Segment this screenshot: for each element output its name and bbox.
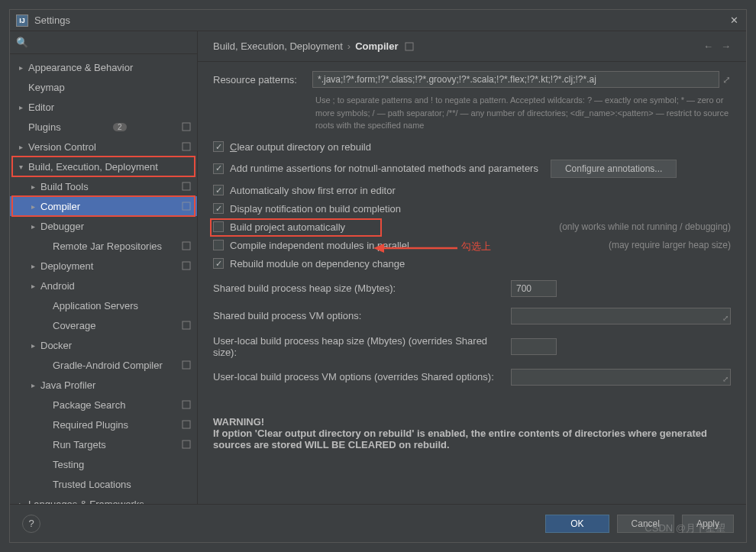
tree-item-languages-frameworks[interactable]: ▸Languages & Frameworks bbox=[10, 494, 197, 504]
project-scope-icon bbox=[182, 440, 191, 449]
close-icon[interactable]: ✕ bbox=[728, 15, 740, 27]
tree-item-run-targets[interactable]: Run Targets bbox=[10, 434, 197, 454]
compile-parallel-checkbox[interactable] bbox=[213, 240, 224, 250]
tree-item-label: Build, Execution, Deployment bbox=[28, 161, 158, 173]
breadcrumb: Build, Execution, Deployment › Compiler … bbox=[198, 31, 746, 62]
tree-item-deployment[interactable]: ▸Deployment bbox=[10, 256, 197, 276]
tree-item-gradle-android-compiler[interactable]: Gradle-Android Compiler bbox=[10, 355, 197, 375]
rebuild-dep-checkbox[interactable] bbox=[213, 258, 224, 269]
svg-rect-2 bbox=[183, 182, 190, 190]
tree-item-editor[interactable]: ▸Editor bbox=[10, 97, 197, 117]
settings-dialog: IJ Settings ✕ 🔍 ▸Appearance & BehaviorKe… bbox=[9, 9, 747, 543]
back-icon[interactable]: ← bbox=[703, 40, 713, 52]
titlebar: IJ Settings ✕ bbox=[10, 10, 746, 31]
window-title: Settings bbox=[34, 15, 728, 26]
warning-block: WARNING! If option 'Clear output directo… bbox=[213, 416, 731, 450]
local-vm-input[interactable]: ⤢ bbox=[511, 369, 731, 386]
highlight-box bbox=[11, 195, 195, 217]
display-notification-checkbox[interactable] bbox=[213, 203, 224, 214]
tree-item-label: Run Targets bbox=[53, 439, 106, 450]
local-heap-label: User-local build process heap size (Mbyt… bbox=[213, 335, 511, 358]
tree-item-application-servers[interactable]: Application Servers bbox=[10, 295, 197, 315]
resource-patterns-input[interactable] bbox=[312, 71, 719, 88]
tree-item-label: Deployment bbox=[40, 260, 93, 272]
tree-item-docker[interactable]: ▸Docker bbox=[10, 335, 197, 355]
tree-item-label: Build Tools bbox=[40, 181, 89, 192]
tree-item-remote-jar-repositories[interactable]: Remote Jar Repositories bbox=[10, 236, 197, 256]
cancel-button[interactable]: Cancel bbox=[617, 515, 674, 533]
dialog-body: 🔍 ▸Appearance & BehaviorKeymap▸EditorPlu… bbox=[10, 31, 746, 504]
auto-show-error-checkbox[interactable] bbox=[213, 185, 224, 195]
project-scope-icon bbox=[182, 142, 191, 151]
project-scope-icon bbox=[182, 122, 191, 131]
tree-item-version-control[interactable]: ▸Version Control bbox=[10, 137, 197, 157]
tree-item-keymap[interactable]: Keymap bbox=[10, 77, 197, 97]
build-automatically-row: Build project automatically (only works … bbox=[213, 221, 731, 233]
warning-title: WARNING! bbox=[213, 416, 731, 428]
svg-rect-3 bbox=[183, 202, 190, 210]
project-scope-icon bbox=[182, 321, 191, 330]
configure-annotations-button[interactable]: Configure annotations... bbox=[551, 160, 677, 178]
build-automatically-checkbox[interactable] bbox=[213, 221, 224, 232]
tree-item-trusted-locations[interactable]: Trusted Locations bbox=[10, 474, 197, 494]
settings-tree[interactable]: ▸Appearance & BehaviorKeymap▸EditorPlugi… bbox=[10, 54, 197, 504]
tree-item-appearance-behavior[interactable]: ▸Appearance & Behavior bbox=[10, 57, 197, 77]
chevron-right-icon: ▸ bbox=[28, 262, 37, 270]
tree-item-label: Languages & Frameworks bbox=[28, 499, 144, 505]
expand-icon[interactable]: ⤢ bbox=[722, 314, 729, 322]
svg-rect-7 bbox=[183, 361, 190, 369]
tree-item-android[interactable]: ▸Android bbox=[10, 276, 197, 295]
sidebar: 🔍 ▸Appearance & BehaviorKeymap▸EditorPlu… bbox=[10, 31, 198, 504]
chevron-right-icon: ▸ bbox=[28, 202, 37, 211]
clear-output-checkbox[interactable] bbox=[213, 141, 224, 152]
help-button[interactable]: ? bbox=[22, 515, 40, 533]
search-input[interactable] bbox=[31, 37, 191, 48]
chevron-down-icon: ▾ bbox=[16, 163, 25, 171]
svg-rect-1 bbox=[183, 143, 190, 150]
svg-rect-8 bbox=[183, 401, 190, 408]
search-box[interactable]: 🔍 bbox=[10, 31, 197, 54]
shared-heap-input[interactable] bbox=[511, 280, 557, 297]
shared-vm-label: Shared build process VM options: bbox=[213, 310, 511, 321]
breadcrumb-parent[interactable]: Build, Execution, Deployment bbox=[213, 40, 343, 52]
chevron-right-icon: ▸ bbox=[28, 381, 37, 389]
warning-body: If option 'Clear output directory on reb… bbox=[213, 428, 731, 450]
shared-vm-input[interactable]: ⤢ bbox=[511, 308, 731, 324]
expand-icon[interactable]: ⤢ bbox=[722, 74, 731, 86]
tree-item-label: Gradle-Android Compiler bbox=[53, 360, 163, 371]
tree-item-java-profiler[interactable]: ▸Java Profiler bbox=[10, 375, 197, 395]
build-automatically-note: (only works while not running / debuggin… bbox=[559, 221, 731, 232]
tree-item-plugins[interactable]: Plugins2 bbox=[10, 117, 197, 137]
project-scope-icon bbox=[182, 360, 191, 370]
tree-item-debugger[interactable]: ▸Debugger bbox=[10, 216, 197, 236]
tree-item-label: Required Plugins bbox=[53, 419, 128, 431]
forward-icon[interactable]: → bbox=[721, 40, 731, 52]
tree-item-compiler[interactable]: ▸Compiler bbox=[10, 196, 197, 216]
svg-rect-9 bbox=[183, 421, 190, 428]
svg-rect-11 bbox=[405, 43, 413, 50]
compile-parallel-note: (may require larger heap size) bbox=[609, 240, 731, 250]
clear-output-label: Clear output directory on rebuild bbox=[230, 141, 371, 153]
local-heap-input[interactable] bbox=[511, 338, 557, 355]
ok-button[interactable]: OK bbox=[545, 515, 609, 533]
tree-item-label: Plugins bbox=[28, 121, 61, 133]
tree-item-label: Testing bbox=[53, 459, 84, 470]
tree-item-package-search[interactable]: Package Search bbox=[10, 395, 197, 415]
chevron-right-icon: ▸ bbox=[16, 143, 25, 151]
project-scope-icon bbox=[182, 261, 191, 270]
tree-item-testing[interactable]: Testing bbox=[10, 454, 197, 474]
footer: ? OK Cancel Apply bbox=[10, 504, 746, 542]
resource-patterns-label: Resource patterns: bbox=[213, 74, 312, 86]
tree-item-build-tools[interactable]: ▸Build Tools bbox=[10, 176, 197, 196]
breadcrumb-current: Compiler bbox=[355, 40, 398, 52]
apply-button[interactable]: Apply bbox=[682, 515, 734, 533]
expand-icon[interactable]: ⤢ bbox=[722, 375, 729, 383]
chevron-right-icon: ▸ bbox=[16, 500, 25, 505]
tree-item-coverage[interactable]: Coverage bbox=[10, 315, 197, 335]
tree-item-label: Appearance & Behavior bbox=[28, 62, 133, 73]
runtime-assertions-checkbox[interactable] bbox=[213, 163, 224, 174]
tree-item-required-plugins[interactable]: Required Plugins bbox=[10, 415, 197, 434]
local-vm-label: User-local build process VM options (ove… bbox=[213, 371, 511, 383]
badge: 2 bbox=[113, 123, 127, 131]
tree-item-build-execution-deployment[interactable]: ▾Build, Execution, Deployment bbox=[10, 157, 197, 176]
